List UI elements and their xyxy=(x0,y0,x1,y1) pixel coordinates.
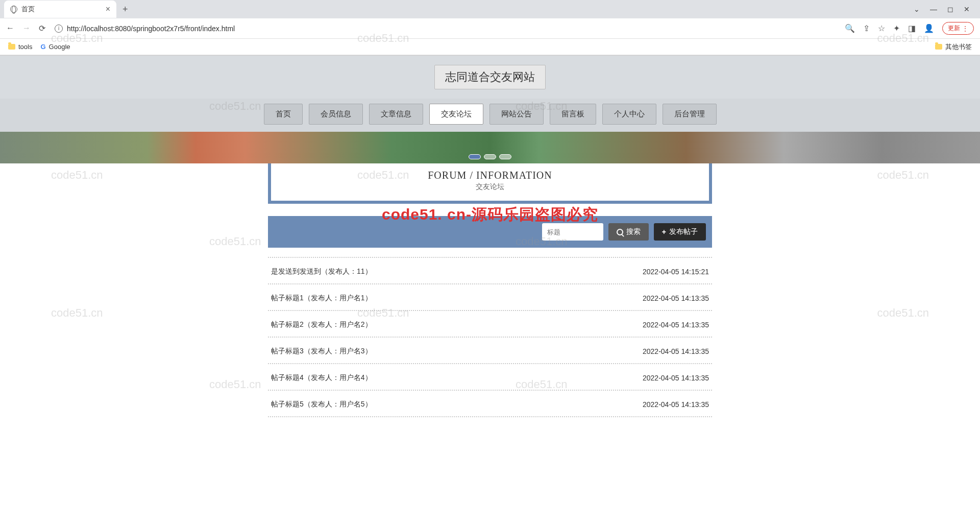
browser-toolbar: ← → ⟳ i http://localhost:8080/springboot… xyxy=(0,18,980,39)
site-info-icon[interactable]: i xyxy=(55,25,63,33)
post-item[interactable]: 帖子标题5（发布人：用户名5）2022-04-05 14:13:35 xyxy=(268,391,712,417)
post-item[interactable]: 是发送到发送到（发布人：11）2022-04-05 14:15:21 xyxy=(268,257,712,284)
post-title: 是发送到发送到（发布人：11） xyxy=(271,267,372,276)
post-item[interactable]: 帖子标题2（发布人：用户名2）2022-04-05 14:13:35 xyxy=(268,311,712,338)
star-icon[interactable]: ☆ xyxy=(878,23,885,33)
main-nav: 首页会员信息文章信息交友论坛网站公告留言板个人中心后台管理 xyxy=(0,99,980,132)
zoom-icon[interactable]: 🔍 xyxy=(845,23,855,33)
close-tab-icon[interactable]: × xyxy=(106,5,110,14)
reload-icon[interactable]: ⟳ xyxy=(39,23,45,33)
update-button[interactable]: 更新 ⋮ xyxy=(942,22,974,35)
post-date: 2022-04-05 14:13:35 xyxy=(643,374,709,382)
browser-tab[interactable]: 首页 × xyxy=(4,1,116,18)
search-input[interactable] xyxy=(542,223,603,241)
nav-icons: ← → ⟳ xyxy=(6,23,45,33)
url-bar[interactable]: i http://localhost:8080/springboot2x7r5/… xyxy=(51,25,840,33)
nav-item[interactable]: 个人中心 xyxy=(602,104,656,125)
maximize-icon[interactable]: ◻ xyxy=(947,5,953,13)
search-button[interactable]: 搜索 xyxy=(608,223,649,241)
content: FORUM / INFORMATION 交友论坛 搜索 + 发布帖子 是发送到发… xyxy=(268,163,712,417)
minimize-icon[interactable]: — xyxy=(930,5,937,13)
bookmark-google[interactable]: G Google xyxy=(40,43,70,51)
nav-item[interactable]: 文章信息 xyxy=(369,104,423,125)
post-title: 帖子标题1（发布人：用户名1） xyxy=(271,294,372,303)
close-window-icon[interactable]: ✕ xyxy=(964,5,970,13)
watermark: code51.cn xyxy=(209,378,261,391)
folder-icon xyxy=(8,44,15,50)
post-title: 帖子标题3（发布人：用户名3） xyxy=(271,347,372,356)
banner-carousel[interactable] xyxy=(0,132,980,163)
post-item[interactable]: 帖子标题1（发布人：用户名1）2022-04-05 14:13:35 xyxy=(268,284,712,311)
bookmark-tools[interactable]: tools xyxy=(8,43,32,51)
globe-icon xyxy=(10,6,17,13)
post-date: 2022-04-05 14:13:35 xyxy=(643,400,709,409)
tab-title: 首页 xyxy=(21,5,35,14)
google-icon: G xyxy=(40,43,45,51)
site-header: 志同道合交友网站 xyxy=(0,56,980,99)
back-icon[interactable]: ← xyxy=(6,23,14,33)
post-date: 2022-04-05 14:15:21 xyxy=(643,268,709,276)
post-date: 2022-04-05 14:13:35 xyxy=(643,347,709,355)
bookmarks-bar: tools G Google 其他书签 xyxy=(0,39,980,55)
panel-icon[interactable]: ◨ xyxy=(908,23,916,33)
post-item[interactable]: 帖子标题3（发布人：用户名3）2022-04-05 14:13:35 xyxy=(268,338,712,364)
carousel-dot[interactable] xyxy=(499,154,511,159)
nav-item[interactable]: 交友论坛 xyxy=(429,104,483,125)
new-post-button[interactable]: + 发布帖子 xyxy=(654,223,706,241)
tab-bar: 首页 × + ⌄ — ◻ ✕ xyxy=(0,0,980,18)
carousel-dots xyxy=(469,154,511,159)
carousel-dot[interactable] xyxy=(469,154,481,159)
post-title: 帖子标题5（发布人：用户名5） xyxy=(271,400,372,409)
carousel-dot[interactable] xyxy=(484,154,496,159)
window-controls: ⌄ — ◻ ✕ xyxy=(914,5,976,13)
watermark: code51.cn xyxy=(877,306,929,320)
watermark: code51.cn xyxy=(877,169,929,182)
new-tab-button[interactable]: + xyxy=(122,4,128,15)
bookmark-other[interactable]: 其他书签 xyxy=(935,42,972,52)
post-item[interactable]: 帖子标题4（发布人：用户名4）2022-04-05 14:13:35 xyxy=(268,364,712,391)
post-date: 2022-04-05 14:13:35 xyxy=(643,294,709,302)
watermark: code51.cn xyxy=(209,235,261,248)
post-list: 是发送到发送到（发布人：11）2022-04-05 14:15:21帖子标题1（… xyxy=(268,257,712,417)
plus-icon: + xyxy=(662,228,666,236)
forum-header: FORUM / INFORMATION 交友论坛 xyxy=(268,163,712,204)
nav-item[interactable]: 留言板 xyxy=(550,104,596,125)
forum-heading-cn: 交友论坛 xyxy=(271,182,709,192)
browser-chrome: 首页 × + ⌄ — ◻ ✕ ← → ⟳ i http://localhost:… xyxy=(0,0,980,56)
share-icon[interactable]: ⇪ xyxy=(863,23,870,33)
forward-icon[interactable]: → xyxy=(22,23,31,33)
search-icon xyxy=(617,229,623,235)
site-title: 志同道合交友网站 xyxy=(434,65,546,89)
extensions-icon[interactable]: ✦ xyxy=(893,23,900,33)
nav-item[interactable]: 首页 xyxy=(264,104,303,125)
post-date: 2022-04-05 14:13:35 xyxy=(643,321,709,329)
url-text: http://localhost:8080/springboot2x7r5/fr… xyxy=(67,25,235,33)
post-title: 帖子标题2（发布人：用户名2） xyxy=(271,320,372,329)
folder-icon xyxy=(935,44,942,50)
nav-item[interactable]: 后台管理 xyxy=(663,104,717,125)
toolbar-right: 🔍 ⇪ ☆ ✦ ◨ 👤 更新 ⋮ xyxy=(845,22,974,35)
chevron-down-icon[interactable]: ⌄ xyxy=(914,5,920,13)
nav-item[interactable]: 会员信息 xyxy=(309,104,363,125)
forum-heading-en: FORUM / INFORMATION xyxy=(271,170,709,181)
watermark: code51.cn xyxy=(51,306,103,320)
post-title: 帖子标题4（发布人：用户名4） xyxy=(271,373,372,382)
menu-dots-icon: ⋮ xyxy=(962,25,968,32)
watermark: code51.cn xyxy=(51,169,103,182)
nav-item[interactable]: 网站公告 xyxy=(489,104,544,125)
profile-icon[interactable]: 👤 xyxy=(924,23,934,33)
search-bar: 搜索 + 发布帖子 xyxy=(268,216,712,248)
